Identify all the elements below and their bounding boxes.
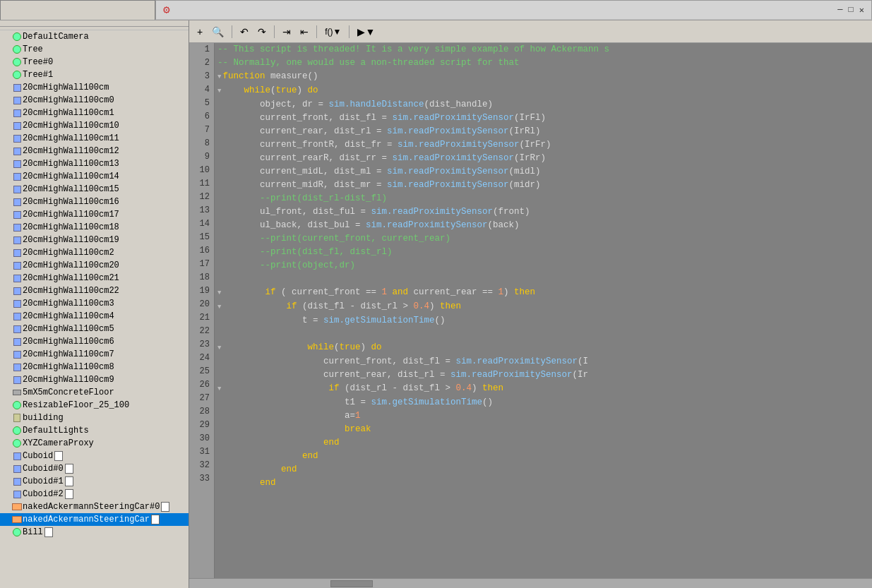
window-controls[interactable]: ─ □ ✕ [837,5,864,16]
line-number: 8 [193,137,210,150]
tree-item[interactable]: 20cmHighWall100cm1 [0,107,189,119]
tree-item[interactable]: 20cmHighWall100cm16 [0,196,189,208]
left-tab[interactable] [0,0,155,20]
editor-toolbar: + 🔍 ↶ ↷ ⇥ ⇤ f()▼ ▶▼ [189,20,872,43]
tree-item[interactable]: Bill [0,526,189,539]
minimize-button[interactable]: ─ [837,5,842,15]
tree-item[interactable]: ResizableFloor_25_100 [0,399,189,412]
tree-item[interactable]: 20cmHighWall100cm9 [0,373,189,386]
code-line: ▼ if (dist_rl - dist_fl > 0.4) then [217,382,869,396]
right-tab[interactable]: ⚙ ─ □ ✕ [155,0,872,20]
tree-item[interactable]: 20cmHighWall100cm7 [0,348,189,361]
tree-item[interactable]: 20cmHighWall100cm6 [0,335,189,348]
tree-item[interactable]: 20cmHighWall100cm [0,81,189,94]
fold-marker[interactable]: ▼ [217,344,221,352]
tree-item[interactable]: 5mX5mConcreteFloor [0,386,189,399]
tree-item[interactable]: 20cmHighWall100cm11 [0,132,189,145]
code-line: ▼ while(true) do [217,84,869,98]
add-button[interactable]: + [193,24,206,40]
code-content[interactable]: -- This script is threaded! It is a very… [215,43,872,578]
toolbar-separator-1 [232,25,232,38]
line-number: 14 [193,217,210,231]
redo-button[interactable]: ↷ [254,24,270,40]
tree-item[interactable]: 20cmHighWall100cm4 [0,310,189,323]
tree-item[interactable]: 20cmHighWall100cm0 [0,94,189,107]
line-number: 3 [193,70,210,83]
code-line: current_midR, dist_mr = sim.readProximit… [217,179,869,192]
tree-item[interactable]: nakedAckermannSteeringCar#0 [0,500,189,513]
line-number: 21 [193,311,210,325]
fold-marker[interactable]: ▼ [217,73,221,80]
tree-item[interactable]: 20cmHighWall100cm20 [0,259,189,272]
code-line: --print(current_front, current_rear) [217,232,869,246]
fold-marker[interactable]: ▼ [217,289,221,296]
fold-marker[interactable]: ▼ [217,88,221,95]
fold-marker[interactable]: ▼ [217,304,221,311]
tree-item[interactable]: 20cmHighWall100cm21 [0,272,189,284]
code-line: current_frontR, dist_fr = sim.readProxim… [217,138,869,152]
scene-hierarchy-header [0,20,189,27]
tree-item[interactable]: 20cmHighWall100cm3 [0,297,189,310]
title-bar: ⚙ ─ □ ✕ [0,0,872,20]
tree-item[interactable]: Cuboid [0,450,189,462]
tree-item[interactable]: 20cmHighWall100cm8 [0,361,189,373]
code-line: ▼ if (dist_fl - dist_rl > 0.4) then [217,300,869,314]
tree-item[interactable]: DefaultCamera [0,30,189,43]
line-number: 1 [193,43,210,56]
close-button[interactable]: ✕ [859,5,864,16]
function-button[interactable]: f()▼ [321,25,345,39]
code-line: current_front, dist_fl = sim.readProximi… [217,112,869,125]
line-number: 10 [193,164,210,177]
line-number: 29 [193,419,210,432]
tree-item[interactable]: 20cmHighWall100cm14 [0,170,189,183]
line-number: 15 [193,231,210,244]
maximize-button[interactable]: □ [849,5,854,15]
code-line: a=1 [217,409,869,423]
line-number: 27 [193,392,210,405]
tree-item[interactable]: Tree#0 [0,56,189,68]
scrollbar-thumb[interactable] [330,580,373,587]
horizontal-scrollbar[interactable] [189,578,872,588]
tree-item[interactable]: DefaultLights [0,424,189,437]
undo-button[interactable]: ↶ [237,24,252,40]
line-number: 2 [193,56,210,70]
line-number: 4 [193,83,210,97]
fold-marker[interactable]: ▼ [217,385,221,392]
code-line: break [217,423,869,436]
align-left-button[interactable]: ⇥ [279,24,294,40]
tree-area[interactable]: DefaultCameraTreeTree#0Tree#120cmHighWal… [0,30,189,588]
code-line: ▼ if ( current_front == 1 and current_re… [217,286,869,300]
tree-item[interactable]: 20cmHighWall100cm2 [0,246,189,259]
tree-item[interactable]: 20cmHighWall100cm5 [0,323,189,335]
toolbar-separator-2 [274,25,275,38]
tree-item[interactable]: 20cmHighWall100cm19 [0,234,189,246]
tree-item[interactable]: 20cmHighWall100cm18 [0,221,189,234]
tree-item[interactable]: Cuboid#2 [0,488,189,500]
code-line: t1 = sim.getSimulationTime() [217,396,869,409]
code-line: current_rearR, dist_rr = sim.readProximi… [217,152,869,165]
tree-item[interactable]: 20cmHighWall100cm12 [0,145,189,157]
tree-item[interactable]: Cuboid#0 [0,462,189,475]
tree-item[interactable]: nakedAckermannSteeringCar [0,513,189,526]
line-numbers: 1234567891011121314151617181920212223242… [189,43,215,578]
align-right-button[interactable]: ⇤ [297,24,312,40]
code-line: --print(object,dr) [217,259,869,272]
tree-item[interactable]: Tree [0,43,189,56]
tree-item[interactable]: 20cmHighWall100cm22 [0,284,189,297]
tree-item[interactable]: 20cmHighWall100cm17 [0,208,189,221]
left-panel: DefaultCameraTreeTree#0Tree#120cmHighWal… [0,20,189,588]
code-line: ul_front, dist_ful = sim.readProximitySe… [217,205,869,219]
code-line: end [217,476,869,490]
tree-item[interactable]: building [0,412,189,424]
tree-item[interactable]: Cuboid#1 [0,475,189,488]
code-line: -- This script is threaded! It is a very… [217,43,869,56]
tree-item[interactable]: Tree#1 [0,68,189,81]
tree-item[interactable]: 20cmHighWall100cm13 [0,157,189,170]
tree-item[interactable]: 20cmHighWall100cm10 [0,119,189,132]
line-number: 12 [193,191,210,204]
run-button[interactable]: ▶▼ [354,24,378,40]
script-icon: ⚙ [163,3,170,17]
tree-item[interactable]: XYZCameraProxy [0,437,189,450]
tree-item[interactable]: 20cmHighWall100cm15 [0,183,189,196]
search-button[interactable]: 🔍 [208,24,227,40]
